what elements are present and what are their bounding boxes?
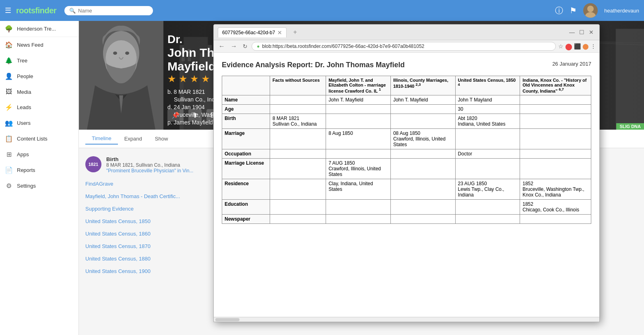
- cell-name-facts: [270, 95, 326, 104]
- sidebar-item-settings[interactable]: ⚙ Settings: [0, 178, 78, 194]
- sidebar-item-users[interactable]: 👥 Users: [0, 115, 78, 131]
- browser-tab-close[interactable]: ✕: [277, 29, 282, 36]
- row-label-education: Education: [222, 199, 270, 214]
- star-2: ★: [179, 73, 188, 85]
- minimize-button[interactable]: —: [568, 28, 576, 36]
- browser-url-bar[interactable]: ● blob:https://beta.rootsfinder.com/6077…: [252, 42, 556, 51]
- col-header-il-marriages: Illinois, County Marriages, 1810-1940 2,…: [390, 76, 455, 95]
- sidebar-leads-label: Leads: [17, 104, 31, 110]
- more-button[interactable]: ⋮: [590, 43, 596, 50]
- slig-dna-badge: SLIG DNA: [616, 123, 644, 130]
- sidebar-tree-label: Henderson Tre...: [17, 26, 56, 32]
- sidebar-settings-label: Settings: [17, 183, 36, 189]
- sidebar-item-apps[interactable]: ⊞ Apps: [0, 147, 78, 162]
- people-icon: 👤: [5, 72, 13, 80]
- cell-res-il: [390, 179, 455, 199]
- refresh-button[interactable]: ↻: [241, 42, 249, 50]
- help-icon[interactable]: ⓘ: [555, 5, 563, 16]
- sidebar-item-tree[interactable]: 🌲 Tree: [0, 53, 78, 68]
- grid-btn[interactable]: ⬛: [574, 43, 581, 50]
- scrollbar-thumb[interactable]: [215, 318, 239, 321]
- back-button[interactable]: ←: [217, 42, 227, 51]
- cell-ml-census: [455, 158, 520, 179]
- cell-birth-knox: [520, 114, 591, 128]
- star-4: ★: [201, 73, 210, 85]
- search-bar: 🔍: [64, 6, 153, 15]
- table-row: Marriage 8 Aug 1850 08 Aug 1850Crawford,…: [222, 128, 591, 149]
- cell-name-census: John T Mayland: [455, 95, 520, 104]
- tab-show[interactable]: Show: [149, 133, 175, 144]
- table-header-row: Facts without Sources Mayfield, John T. …: [222, 76, 591, 95]
- cell-news-census: [455, 214, 520, 223]
- sidebar-item-media[interactable]: 🖼 Media: [0, 84, 78, 99]
- cell-age-marriage: [326, 104, 391, 114]
- row-label-occupation: Occupation: [222, 149, 270, 158]
- person-last-name: Mayfield: [167, 60, 216, 73]
- close-button[interactable]: ✕: [587, 28, 595, 36]
- avatar[interactable]: [583, 3, 598, 18]
- leads-icon: ⚡: [5, 103, 13, 111]
- menu-icon[interactable]: ☰: [5, 6, 11, 15]
- cell-age-facts: [270, 104, 326, 114]
- col-header-marriage-license: Mayfield, John T. and Elizabeth Colton -…: [326, 76, 391, 95]
- settings-icon: ⚙: [5, 182, 13, 190]
- cell-age-knox: [520, 104, 591, 114]
- cell-marriage-knox: [520, 128, 591, 149]
- ext-btn[interactable]: ⬤: [582, 43, 589, 50]
- sidebar-item-leads[interactable]: ⚡ Leads: [0, 99, 78, 115]
- table-row: Birth 8 MAR 1821Sullivan Co., Indiana Ab…: [222, 114, 591, 128]
- flag-icon[interactable]: ⚑: [570, 6, 577, 15]
- cell-news-marriage: [326, 214, 391, 223]
- row-label-newspaper: Newspaper: [222, 214, 270, 223]
- table-row: Occupation Doctor: [222, 149, 591, 158]
- new-tab-button[interactable]: +: [290, 27, 300, 37]
- report-title: Evidence Analysis Report: Dr. John Thoma…: [222, 61, 405, 69]
- cell-marriage-license: 8 Aug 1850: [326, 128, 391, 149]
- browser-tab[interactable]: 6077925e-66ac-420d-b7 ✕: [218, 27, 287, 37]
- cell-edu-il: [390, 199, 455, 214]
- maximize-button[interactable]: ☐: [578, 28, 586, 36]
- row-label-marriage-license: Marriage License: [222, 158, 270, 179]
- svg-point-34: [113, 52, 117, 55]
- table-row: Name John T. Mayfield John T. Mayfield J…: [222, 95, 591, 104]
- pin-button[interactable]: 📌: [167, 109, 184, 122]
- forward-button[interactable]: →: [229, 42, 239, 51]
- browser-tab-label: 6077925e-66ac-420d-b7: [222, 30, 275, 35]
- cell-occ-il: [390, 149, 455, 158]
- col-header-knox-history: Indiana, Knox Co. - "History of Old Vinc…: [520, 76, 591, 95]
- sidebar-item-people[interactable]: 👤 People: [0, 68, 78, 84]
- share-button[interactable]: ⬆: [188, 109, 202, 122]
- username-label: heatherdevaun: [604, 8, 639, 14]
- svg-point-0: [587, 6, 594, 12]
- search-icon: 🔍: [69, 8, 76, 14]
- tab-timeline[interactable]: Timeline: [85, 133, 118, 145]
- bookmark-button[interactable]: ☆: [558, 43, 564, 50]
- cell-edu-marriage: [326, 199, 391, 214]
- cell-occ-census: Doctor: [455, 149, 520, 158]
- window-controls: — ☐ ✕: [568, 28, 595, 36]
- sidebar-tree[interactable]: 🌳 Henderson Tre...: [0, 21, 78, 37]
- cell-marriage-census: [455, 128, 520, 149]
- row-label-residence: Residence: [222, 179, 270, 199]
- col-header-empty: [222, 76, 270, 95]
- cell-occ-marriage: [326, 149, 391, 158]
- sidebar-item-reports[interactable]: 📄 Reports: [0, 162, 78, 178]
- cell-marriage-il: 08 Aug 1850Crawford, Illinois, United St…: [390, 128, 455, 149]
- browser-controls: ← → ↻ ● blob:https://beta.rootsfinder.co…: [214, 40, 599, 53]
- app-logo: rootsfinder: [16, 6, 56, 15]
- tab-expand[interactable]: Expand: [118, 133, 149, 144]
- circle-btn-1[interactable]: ⬤: [565, 43, 572, 50]
- cell-occ-knox: [520, 149, 591, 158]
- url-text: blob:https://beta.rootsfinder.com/607792…: [262, 43, 551, 49]
- sidebar-people-label: People: [17, 73, 33, 79]
- sidebar: 🌳 Henderson Tre... 🏠 News Feed 🌲 Tree 👤 …: [0, 21, 79, 335]
- horizontal-scrollbar[interactable]: [214, 317, 599, 322]
- sidebar-content-lists-label: Content Lists: [17, 136, 47, 142]
- cell-birth-census: Abt 1820Indiana, United States: [455, 114, 520, 128]
- cell-news-facts: [270, 214, 326, 223]
- cell-res-census: 23 AUG 1850Lewis Twp., Clay Co., Indiana: [455, 179, 520, 199]
- cell-age-census: 30: [455, 104, 520, 114]
- search-input[interactable]: [78, 8, 148, 14]
- sidebar-item-newsfeed[interactable]: 🏠 News Feed: [0, 37, 78, 53]
- sidebar-item-content-lists[interactable]: 📋 Content Lists: [0, 131, 78, 147]
